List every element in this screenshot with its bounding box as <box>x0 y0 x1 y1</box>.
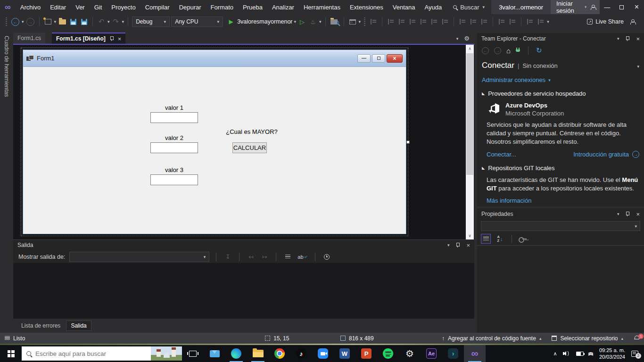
clear-all-button[interactable] <box>283 251 292 263</box>
pin-icon[interactable] <box>109 36 114 41</box>
volume-icon[interactable]: ) <box>563 351 570 356</box>
minimize-button[interactable]: — <box>600 0 614 14</box>
taskbar-search-box[interactable] <box>22 346 182 361</box>
menu-git[interactable]: Git <box>90 0 107 14</box>
taskbar-after-effects[interactable]: Ae <box>421 345 442 362</box>
toggle-word-wrap-button[interactable]: ab⤶ <box>297 251 308 263</box>
start-debug-button[interactable]: ▶ <box>226 16 236 27</box>
start-without-debug-button[interactable]: ▷ <box>297 16 307 27</box>
align-bottoms-button[interactable] <box>440 16 450 27</box>
close-tab-icon[interactable]: × <box>118 35 122 42</box>
save-button[interactable] <box>68 16 78 27</box>
form-resize-handle[interactable] <box>406 140 410 144</box>
close-icon[interactable]: × <box>636 35 640 42</box>
form-title-bar[interactable]: Form1 — × <box>23 50 406 67</box>
arrow-right-circle-icon[interactable]: → <box>632 151 639 158</box>
timestamp-button[interactable] <box>322 251 331 263</box>
menu-archivo[interactable]: Archivo <box>16 0 45 14</box>
hot-reload-button[interactable]: ♨ <box>308 16 318 27</box>
live-share-button[interactable]: ↗ Live Share <box>586 16 627 27</box>
properties-title-bar[interactable]: Propiedades ▾ × <box>477 208 644 220</box>
valor2-label[interactable]: valor 2 <box>150 134 198 141</box>
manage-connections-link[interactable]: Administrar conexiones <box>482 76 545 83</box>
form1-design-surface[interactable]: Form1 — × valor 1 ¿Cual es MAYOR? valor … <box>23 49 406 234</box>
connect-plug-icon[interactable] <box>516 48 520 54</box>
sign-in-button[interactable]: Iniciar sesión + <box>551 0 600 14</box>
valor1-textbox[interactable] <box>150 112 198 123</box>
show-hidden-icons-button[interactable]: ∧ <box>553 351 557 357</box>
action-center-button[interactable]: 2 <box>631 351 638 357</box>
menu-proyecto[interactable]: Proyecto <box>107 0 140 14</box>
window-position-dropdown-icon[interactable]: ▾ <box>617 212 619 216</box>
menu-editar[interactable]: Editar <box>45 0 71 14</box>
calcular-button[interactable]: CALCULAR <box>232 142 267 153</box>
menu-herramientas[interactable]: Herramientas <box>299 0 345 14</box>
valor3-textbox[interactable] <box>150 174 198 185</box>
open-file-button[interactable] <box>58 16 67 27</box>
make-same-width-button[interactable] <box>458 16 467 27</box>
find-in-files-button[interactable] <box>330 16 340 27</box>
search-box[interactable]: Buscar ▾ <box>446 4 491 11</box>
scroll-down-icon[interactable]: ∨ <box>466 232 474 239</box>
go-to-message-button[interactable]: ↧ <box>223 251 232 263</box>
menu-ver[interactable]: Ver <box>71 0 90 14</box>
redo-dropdown-icon[interactable]: ▾ <box>122 19 124 24</box>
scroll-up-icon[interactable]: ∧ <box>466 45 474 52</box>
vertical-spacing-button[interactable] <box>508 16 517 27</box>
feedback-button[interactable] <box>628 16 637 27</box>
output-title-bar[interactable]: Salida ▾ × <box>13 240 474 250</box>
local-git-section-header[interactable]: ◢ Repositorios GIT locales <box>482 165 639 172</box>
valor3-label[interactable]: valor 3 <box>150 166 198 173</box>
align-middles-button[interactable] <box>429 16 439 27</box>
taskbar-clock[interactable]: 09:25 a. m. 20/03/2024 <box>599 347 625 361</box>
redo-button[interactable]: ↷ <box>111 16 121 27</box>
battery-icon[interactable] <box>576 352 584 356</box>
select-repository-button[interactable]: Seleccionar repositorio ▴ <box>552 335 623 342</box>
pin-icon[interactable] <box>625 212 630 217</box>
task-view-button[interactable] <box>182 345 204 362</box>
question-label[interactable]: ¿Cual es MAYOR? <box>223 128 280 135</box>
team-explorer-title-bar[interactable]: Team Explorer - Conectar ▾ × <box>477 33 644 44</box>
taskbar-visual-studio[interactable]: ∞ <box>464 345 486 362</box>
notifications-button[interactable]: 1 <box>634 335 640 342</box>
window-position-dropdown-icon[interactable]: ▾ <box>447 243 450 247</box>
menu-analizar[interactable]: Analizar <box>267 0 299 14</box>
alphabetical-sort-button[interactable]: AZ ↓ <box>495 234 505 244</box>
menu-formato[interactable]: Formato <box>206 0 238 14</box>
tab-salida[interactable]: Salida <box>66 321 91 331</box>
pin-icon[interactable] <box>625 36 630 41</box>
hot-reload-dropdown-icon[interactable]: ▾ <box>319 19 322 24</box>
menu-extensiones[interactable]: Extensiones <box>345 0 388 14</box>
categorized-view-button[interactable] <box>481 234 491 244</box>
conectar-link[interactable]: Conectar... <box>487 151 516 158</box>
scrollbar-thumb[interactable] <box>466 53 473 175</box>
properties-grid[interactable] <box>477 246 644 332</box>
new-project-button[interactable] <box>43 16 53 27</box>
horizontal-spacing-button[interactable] <box>497 16 506 27</box>
new-project-dropdown-icon[interactable]: ▾ <box>54 19 57 24</box>
toolbar-drag-handle[interactable] <box>6 17 7 26</box>
menu-prueba[interactable]: Prueba <box>238 0 267 14</box>
navigate-back-button[interactable]: ← <box>10 16 20 27</box>
align-tops-button[interactable] <box>419 16 428 27</box>
align-rights-button[interactable] <box>408 16 417 27</box>
output-content[interactable] <box>13 263 474 319</box>
taskbar-chrome[interactable] <box>269 345 290 362</box>
valor1-label[interactable]: valor 1 <box>150 104 198 111</box>
align-centers-button[interactable] <box>397 16 406 27</box>
toolbar-overflow-icon[interactable]: ▾ <box>547 19 549 24</box>
designer-canvas[interactable]: Form1 — × valor 1 ¿Cual es MAYOR? valor … <box>13 45 474 239</box>
align-to-grid-button[interactable] <box>369 16 378 27</box>
restore-button[interactable] <box>614 0 629 14</box>
taskbar-powerpoint[interactable]: P <box>355 345 377 362</box>
taskbar-explorer[interactable] <box>247 345 269 362</box>
tab-form1-cs-design[interactable]: Form1.cs [Diseño] × <box>52 33 125 44</box>
layout-toolbar-drag-handle[interactable] <box>364 17 365 26</box>
window-position-dropdown-icon[interactable]: ▾ <box>617 36 619 41</box>
forward-icon[interactable]: → <box>494 47 501 54</box>
tab-lista-de-errores[interactable]: Lista de errores <box>17 321 65 330</box>
free-intro-link[interactable]: Introducción gratuita <box>573 151 629 158</box>
solution-explorer-sync-button[interactable] <box>348 16 357 27</box>
start-button[interactable] <box>0 345 22 362</box>
close-button[interactable]: × <box>629 0 644 14</box>
